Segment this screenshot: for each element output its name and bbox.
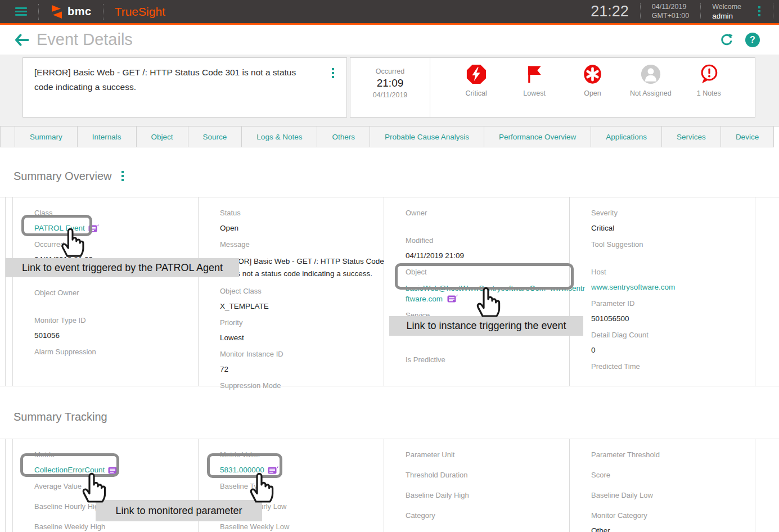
host-link[interactable]: www.sentrysoftware.com: [591, 283, 675, 291]
tab-services[interactable]: Services: [661, 127, 721, 147]
summary-overview-title: Summary Overview: [13, 169, 126, 183]
summary-tracking-heading: Summary Tracking: [13, 411, 107, 423]
tab-applications[interactable]: Applications: [591, 127, 662, 147]
page-header: Event Details ?: [0, 25, 779, 55]
tab-device[interactable]: Device: [721, 127, 774, 147]
tab-internals[interactable]: Internals: [77, 127, 137, 147]
object-link-line1[interactable]: basicWeb@hostWwwSentrysoftwareCom~www.se…: [406, 284, 585, 292]
not-assigned-user-icon: [640, 64, 661, 85]
brand-text: bmc: [67, 5, 92, 18]
back-arrow-icon[interactable]: [15, 34, 29, 46]
panel-edge: [0, 439, 6, 532]
severity-badge[interactable]: Critical: [451, 64, 502, 97]
username: admin: [712, 12, 733, 20]
predicted-time-label: Predicted Time: [591, 362, 755, 371]
class-link[interactable]: PATROL Event: [34, 224, 85, 232]
critical-octagon-icon: [466, 64, 487, 85]
notes-badge-label: 1 Notes: [697, 89, 721, 97]
refresh-icon[interactable]: [719, 33, 734, 47]
help-icon[interactable]: ?: [745, 33, 760, 47]
object-label: Object: [406, 268, 569, 276]
tracking-column-3: Parameter Unit Threshold Duration Baseli…: [384, 439, 570, 532]
host-label: Host: [591, 268, 755, 276]
tab-performance-overview[interactable]: Performance Overview: [484, 127, 591, 147]
notes-badge[interactable]: 1 Notes: [683, 64, 734, 97]
baseline-daily-high-label: Baseline Daily High: [406, 491, 569, 499]
metric-value-link[interactable]: 5831.000000: [220, 466, 264, 474]
tab-logs-notes[interactable]: Logs & Notes: [241, 127, 317, 147]
tab-probable-cause-analysis[interactable]: Probable Cause Analysis: [370, 127, 484, 147]
panel-rest: [755, 197, 779, 386]
modified-value: 04/11/2019 21:09: [406, 251, 569, 260]
hamburger-menu-icon[interactable]: [15, 6, 27, 17]
object-class-label: Object Class: [220, 287, 384, 295]
monitor-type-id-value: 501056: [34, 331, 198, 340]
summary-tracking-title: Summary Tracking: [13, 411, 107, 423]
page-title: Event Details: [37, 30, 133, 49]
tab-bar: Summary Internals Object Source Logs & N…: [0, 127, 779, 147]
tab-others[interactable]: Others: [317, 127, 370, 147]
section-kebab-menu-icon[interactable]: [119, 169, 126, 183]
product-name: TrueSight: [115, 5, 165, 19]
panel-gutter: [6, 439, 13, 532]
divider: [773, 3, 773, 19]
parameter-threshold-label: Parameter Threshold: [591, 450, 755, 459]
launch-menu-icon[interactable]: [88, 224, 99, 232]
alarm-suppression-label: Alarm Suppression: [34, 348, 198, 356]
message-label: Message: [220, 240, 384, 249]
annotation-tooltip-instance: Link to instance triggering the event: [389, 316, 583, 336]
monitor-instance-id-label: Monitor Instance ID: [220, 350, 384, 358]
status-badges: Critical Lowest Open: [430, 58, 755, 117]
divider: [640, 3, 641, 19]
tab-summary[interactable]: Summary: [15, 127, 78, 147]
topbar-kebab-menu-icon[interactable]: [756, 4, 763, 19]
open-asterisk-icon: [582, 64, 603, 85]
launch-menu-icon[interactable]: [268, 466, 278, 474]
status-badge-label: Open: [584, 89, 601, 97]
occurred-label: Occurred: [350, 67, 430, 75]
panel-gutter: [6, 197, 13, 386]
occurred-date: 04/11/2019: [350, 91, 430, 99]
detail-diag-count-label: Detail Diag Count: [591, 331, 755, 339]
owner-label: Owner: [406, 209, 569, 217]
baseline-type-label: Baseline Type: [220, 482, 384, 490]
clock: 21:22: [591, 3, 629, 20]
category-label: Category: [406, 511, 569, 520]
event-info-box: Occurred 21:09 04/11/2019 Critical Lowes…: [350, 57, 755, 118]
overview-column-4: Severity Critical Tool Suggestion Host w…: [570, 197, 755, 386]
tab-source[interactable]: Source: [188, 127, 242, 147]
priority-badge-label: Lowest: [523, 89, 546, 97]
baseline-weekly-low-label: Baseline Weekly Low: [220, 522, 384, 531]
top-bar: bmc TrueSight 21:22 04/11/2019 GMT+01:00…: [0, 0, 779, 25]
annotation-tooltip-parameter: Link to monitored parameter: [96, 500, 262, 521]
status-value: Open: [220, 224, 384, 232]
priority-label: Priority: [220, 318, 384, 327]
threshold-duration-label: Threshold Duration: [406, 471, 569, 479]
modified-label: Modified: [406, 236, 569, 245]
object-owner-label: Object Owner: [34, 288, 198, 297]
launch-menu-icon[interactable]: [108, 466, 119, 474]
object-link-line2[interactable]: ftware.com: [406, 295, 443, 303]
occurred-field-label: Occurred: [34, 240, 198, 249]
priority-badge[interactable]: Lowest: [509, 64, 560, 97]
class-label: Class: [34, 209, 198, 217]
assignee-badge[interactable]: Not Assigned: [625, 64, 676, 97]
tracking-column-4: Parameter Threshold Score Baseline Daily…: [570, 439, 755, 532]
event-kebab-menu-icon[interactable]: [330, 66, 336, 80]
divider: [103, 4, 103, 20]
occurred-time: 21:09: [350, 77, 430, 89]
status-badge[interactable]: Open: [567, 64, 618, 97]
overview-column-3: Owner Modified 04/11/2019 21:09 Object b…: [384, 197, 570, 386]
baseline-daily-low-label: Baseline Daily Low: [591, 491, 755, 499]
user-menu[interactable]: Welcome admin: [712, 2, 741, 21]
monitor-category-label: Monitor Category: [591, 511, 755, 520]
metric-link[interactable]: CollectionErrorCount: [34, 466, 105, 474]
metric-label: Metric: [34, 450, 198, 459]
suppression-mode-label: Suppression Mode: [220, 381, 384, 390]
summary-overview-panel: Class PATROL Event Occurred 04/11/2019 2…: [0, 197, 779, 386]
launch-menu-icon[interactable]: [447, 294, 458, 303]
tab-stub: [0, 127, 15, 147]
tab-object[interactable]: Object: [136, 127, 188, 147]
object-link[interactable]: basicWeb@hostWwwSentrysoftwareCom~www.se…: [406, 283, 574, 304]
status-label: Status: [220, 209, 384, 217]
